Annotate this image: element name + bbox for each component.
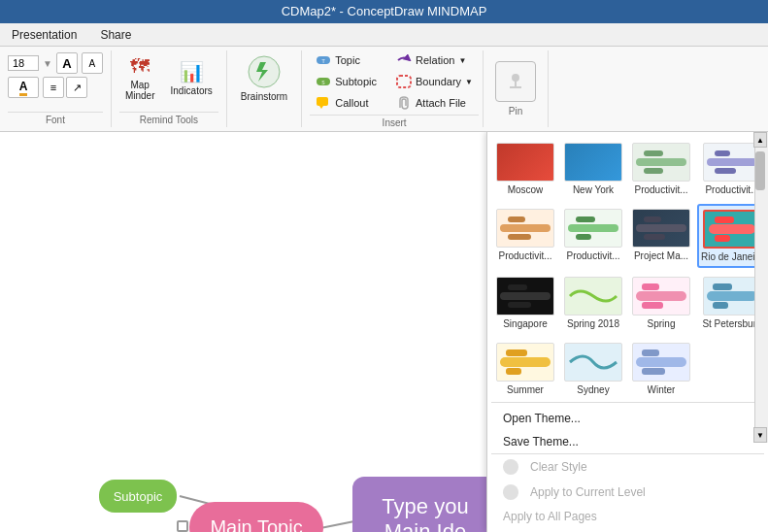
subtopic-btn[interactable]: S Subtopic xyxy=(310,72,383,91)
font-color-row: A ≡ ↗ xyxy=(8,77,103,98)
boundary-icon xyxy=(396,74,412,89)
subtopic-node-1[interactable]: Subtopic xyxy=(99,480,177,513)
theme-summer-label: Summer xyxy=(507,384,544,395)
svg-rect-31 xyxy=(715,235,730,242)
open-theme-btn[interactable]: Open Theme... xyxy=(487,407,768,430)
theme-spring[interactable]: Spring xyxy=(629,272,693,334)
apply-all-label: Apply to All Pages xyxy=(503,510,597,523)
title-bar: CDMap2* - ConceptDraw MINDMAP xyxy=(0,0,768,23)
align-btn[interactable]: ≡ xyxy=(43,77,64,98)
svg-rect-22 xyxy=(508,234,531,240)
theme-winter-label: Winter xyxy=(648,384,676,395)
svg-rect-34 xyxy=(508,302,531,308)
theme-spring18[interactable]: Spring 2018 xyxy=(561,272,625,334)
attach-file-label: Attach File xyxy=(416,97,466,109)
relation-label: Relation xyxy=(416,54,454,66)
svg-rect-16 xyxy=(644,168,663,174)
font-size-dropdown-icon[interactable]: ▼ xyxy=(43,58,52,69)
svg-rect-38 xyxy=(707,291,757,301)
boundary-dropdown[interactable]: ▼ xyxy=(465,78,473,86)
clear-style-label: Clear Style xyxy=(530,460,587,474)
theme-newyork[interactable]: New York xyxy=(561,138,625,200)
svg-rect-9 xyxy=(515,81,517,87)
connector-handle[interactable] xyxy=(177,520,188,532)
clear-style-btn[interactable]: Clear Style xyxy=(487,454,768,480)
svg-rect-46 xyxy=(642,368,665,375)
scrollbar-up-btn[interactable]: ▲ xyxy=(753,132,767,148)
svg-rect-20 xyxy=(500,224,551,232)
svg-text:T: T xyxy=(321,58,325,64)
svg-rect-28 xyxy=(644,234,665,240)
center-topic-text: Type you Main Ide xyxy=(382,494,468,532)
pin-btn[interactable] xyxy=(495,61,536,102)
theme-prod4[interactable]: Productivit... xyxy=(561,204,625,268)
svg-rect-25 xyxy=(576,234,591,240)
pin-area: Pin xyxy=(484,50,549,127)
brainstorm-label: Brainstorm xyxy=(241,91,287,102)
menu-share[interactable]: Share xyxy=(96,26,135,44)
theme-prod1-thumb xyxy=(632,143,690,182)
theme-proj-thumb xyxy=(632,209,690,248)
topic-btn[interactable]: T Topic xyxy=(310,50,383,70)
theme-newyork-label: New York xyxy=(573,184,614,195)
ribbon: ▼ A A A ≡ ↗ Font 🗺 MapMinder xyxy=(0,47,768,132)
remind-tools-content: 🗺 MapMinder 📊 Indicators xyxy=(119,50,218,110)
theme-proj[interactable]: Project Ma... xyxy=(629,204,693,268)
font-size-input[interactable] xyxy=(8,55,39,71)
svg-rect-32 xyxy=(500,292,551,300)
relation-dropdown[interactable]: ▼ xyxy=(458,56,466,65)
callout-btn[interactable]: Callout xyxy=(310,93,383,113)
relation-btn[interactable]: Relation ▼ xyxy=(390,50,479,70)
center-topic-node[interactable]: Type you Main Ide xyxy=(352,477,498,532)
svg-rect-35 xyxy=(636,291,686,301)
theme-prod4-thumb xyxy=(564,209,622,248)
font-color-icon: A xyxy=(19,80,28,96)
indicators-btn[interactable]: 📊 Indicators xyxy=(164,50,217,105)
svg-rect-17 xyxy=(707,158,757,166)
theme-singapore[interactable]: Singapore xyxy=(493,272,557,334)
main-topic-node-1[interactable]: Main Topic xyxy=(189,502,323,532)
font-size-row: ▼ A A xyxy=(8,52,103,74)
indicators-label: Indicators xyxy=(170,85,212,96)
svg-rect-14 xyxy=(636,158,686,166)
theme-menu-items: Open Theme... Save Theme... Clear Style … xyxy=(487,403,768,532)
format-row: ≡ ↗ xyxy=(43,77,87,98)
theme-spring-thumb xyxy=(632,277,690,316)
svg-rect-33 xyxy=(508,284,527,290)
apply-current-btn[interactable]: Apply to Current Level xyxy=(487,480,768,505)
theme-winter[interactable]: Winter xyxy=(629,338,693,400)
theme-prod3[interactable]: Productivit... xyxy=(493,204,557,268)
indent-btn[interactable]: ↗ xyxy=(66,77,87,98)
save-theme-btn[interactable]: Save Theme... xyxy=(487,430,768,453)
theme-singapore-label: Singapore xyxy=(503,318,548,329)
svg-rect-40 xyxy=(713,302,728,309)
map-minder-btn[interactable]: 🗺 MapMinder xyxy=(119,50,161,105)
remind-tools-group: 🗺 MapMinder 📊 Indicators Remind Tools xyxy=(112,50,227,127)
font-group-label: Font xyxy=(8,112,103,125)
svg-rect-27 xyxy=(644,216,661,222)
brainstorm-btn[interactable]: Brainstorm xyxy=(235,50,293,105)
theme-moscow[interactable]: Moscow xyxy=(493,138,557,200)
theme-prod1-label: Productivit... xyxy=(634,184,687,195)
theme-prod1[interactable]: Productivit... xyxy=(629,138,693,200)
font-color-btn[interactable]: A xyxy=(8,77,39,98)
scrollbar-down-btn[interactable]: ▼ xyxy=(753,427,767,443)
font-grow-btn[interactable]: A xyxy=(56,52,78,74)
apply-all-btn[interactable]: Apply to All Pages xyxy=(487,505,768,528)
font-shrink-btn[interactable]: A xyxy=(82,52,103,74)
apply-current-icon xyxy=(503,484,518,500)
center-text-line2: Main Ide xyxy=(382,519,468,532)
theme-sydney[interactable]: Sydney xyxy=(561,338,625,400)
attach-file-btn[interactable]: Attach File xyxy=(390,93,479,113)
apply-current-label: Apply to Current Level xyxy=(530,485,646,499)
svg-rect-23 xyxy=(568,224,618,232)
theme-grid: Moscow New York Productivit... Productiv… xyxy=(487,132,768,402)
theme-summer[interactable]: Summer xyxy=(493,338,557,400)
callout-label: Callout xyxy=(335,97,368,109)
menu-presentation[interactable]: Presentation xyxy=(8,26,81,44)
boundary-btn[interactable]: Boundary ▼ xyxy=(390,72,479,91)
menu-bar: Presentation Share xyxy=(0,23,768,47)
panel-scrollbar[interactable]: ▲ ▼ xyxy=(754,132,768,443)
scrollbar-thumb[interactable] xyxy=(755,151,765,190)
svg-rect-42 xyxy=(506,349,527,356)
